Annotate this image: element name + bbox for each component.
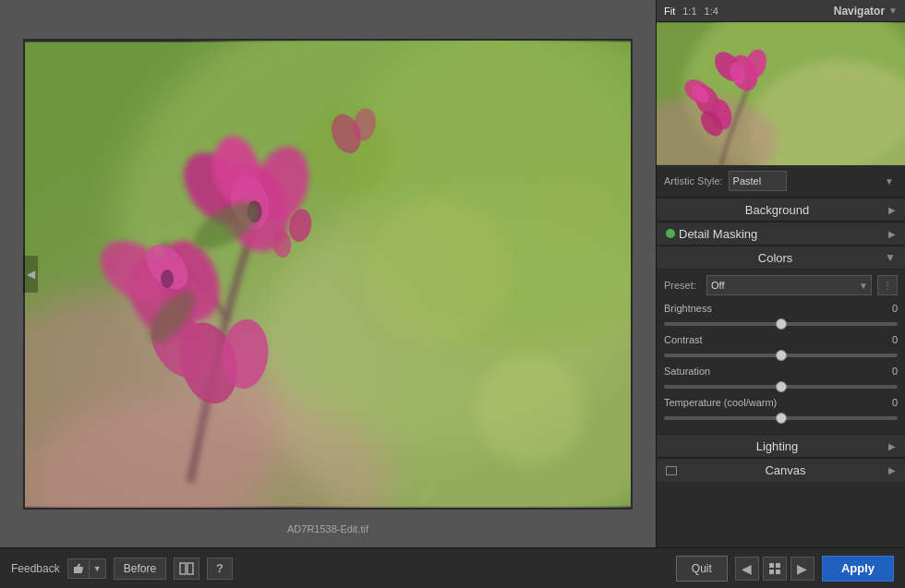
zoom-fit-btn[interactable]: Fit: [664, 6, 675, 17]
detail-masking-arrow-icon: ▶: [888, 229, 896, 239]
brightness-value: 0: [879, 303, 898, 314]
feedback-label: Feedback: [11, 562, 60, 575]
saturation-value: 0: [879, 366, 898, 377]
preset-row: Preset: Off Vivid Muted Cool Warm ▼ ⋮: [664, 275, 898, 295]
svg-rect-47: [187, 563, 193, 574]
grid-icon: [768, 562, 781, 575]
bottom-left-controls: Feedback ▼ Before ?: [11, 558, 669, 580]
bottom-bar: Feedback ▼ Before ? Quit ◀: [0, 547, 905, 588]
preset-label: Preset:: [664, 280, 701, 291]
main-canvas: ◀ AD7R1538-Edit.tif: [0, 0, 656, 547]
bottom-right-controls: Quit ◀ ▶ Apply: [676, 556, 894, 582]
artistic-style-select[interactable]: Pastel Oil Paint Watercolor Sketch: [729, 171, 787, 191]
svg-rect-30: [25, 42, 631, 506]
background-label: Background: [666, 203, 888, 217]
temperature-slider[interactable]: [664, 416, 898, 420]
lighting-label: Lighting: [666, 439, 888, 453]
thumbs-up-icon: [72, 562, 85, 575]
brightness-slider[interactable]: [664, 322, 898, 326]
navigator-label: Navigator: [834, 5, 885, 18]
apply-button[interactable]: Apply: [822, 556, 894, 582]
artistic-style-arrow-icon: ▼: [885, 176, 894, 186]
right-panel: Fit 1:1 1:4 Navigator ▼: [656, 0, 905, 547]
detail-masking-label: Detail Masking: [679, 227, 888, 241]
colors-content: Preset: Off Vivid Muted Cool Warm ▼ ⋮ Br…: [657, 270, 905, 434]
help-icon: ?: [216, 561, 223, 575]
colors-arrow-icon: ▼: [885, 251, 896, 264]
lighting-section-header[interactable]: Lighting ▶: [657, 434, 905, 458]
saturation-slider[interactable]: [664, 385, 898, 389]
compare-view-button[interactable]: [174, 558, 199, 580]
canvas-arrow-icon: ▶: [888, 465, 896, 475]
contrast-slider-row: Contrast 0: [664, 334, 898, 360]
nav-arrow-controls: ◀ ▶: [735, 557, 814, 581]
canvas-icon: [666, 466, 677, 475]
contrast-slider[interactable]: [664, 354, 898, 357]
artistic-style-label: Artistic Style:: [664, 175, 723, 186]
svg-rect-48: [769, 563, 774, 568]
navigator-dropdown-icon[interactable]: ▼: [888, 6, 898, 16]
before-button[interactable]: Before: [114, 558, 166, 580]
svg-rect-49: [776, 563, 780, 568]
temperature-slider-row: Temperature (cool/warm) 0: [664, 397, 898, 423]
image-frame: ◀: [23, 39, 633, 510]
svg-rect-50: [769, 570, 774, 574]
preset-select-wrapper: Off Vivid Muted Cool Warm ▼: [706, 275, 872, 295]
artistic-style-select-wrapper: Pastel Oil Paint Watercolor Sketch ▼: [729, 171, 898, 191]
preset-grid-button[interactable]: ⋮: [877, 275, 898, 295]
saturation-label: Saturation: [664, 366, 710, 377]
brightness-label: Brightness: [664, 303, 712, 314]
feedback-button-group: ▼: [67, 558, 106, 579]
next-arrow-button[interactable]: ▶: [790, 557, 814, 581]
temperature-label: Temperature (cool/warm): [664, 397, 777, 408]
contrast-value: 0: [879, 334, 898, 345]
svg-rect-51: [776, 570, 780, 574]
artistic-style-row: Artistic Style: Pastel Oil Paint Waterco…: [657, 165, 905, 198]
quit-button[interactable]: Quit: [676, 556, 728, 582]
background-section-header[interactable]: Background ▶: [657, 198, 905, 222]
lighting-arrow-icon: ▶: [888, 441, 896, 451]
background-arrow-icon: ▶: [888, 205, 896, 215]
left-arrow[interactable]: ◀: [23, 256, 38, 293]
feedback-dropdown-arrow-icon: ▼: [93, 564, 102, 573]
navigator-title: Navigator ▼: [834, 5, 898, 18]
brightness-slider-row: Brightness 0: [664, 303, 898, 329]
detail-masking-section-header[interactable]: Detail Masking ▶: [657, 222, 905, 246]
temperature-value: 0: [879, 397, 898, 408]
feedback-thumb-button[interactable]: [67, 558, 90, 579]
zoom-1to1-btn[interactable]: 1:1: [682, 6, 696, 17]
help-button[interactable]: ?: [207, 558, 233, 580]
navigator-thumbnail: [657, 22, 905, 165]
feedback-dropdown-button[interactable]: ▼: [90, 558, 106, 579]
svg-rect-46: [180, 563, 186, 574]
detail-masking-dot: [666, 229, 675, 238]
filename-label: AD7R1538-Edit.tif: [287, 523, 368, 534]
navigator-header: Fit 1:1 1:4 Navigator ▼: [657, 0, 905, 22]
prev-arrow-button[interactable]: ◀: [735, 557, 759, 581]
zoom-1to4-btn[interactable]: 1:4: [705, 6, 718, 17]
colors-section-header[interactable]: Colors ▼: [657, 246, 905, 270]
grid-view-button[interactable]: [763, 557, 787, 581]
saturation-slider-row: Saturation 0: [664, 366, 898, 391]
contrast-label: Contrast: [664, 334, 703, 345]
preset-select[interactable]: Off Vivid Muted Cool Warm: [706, 275, 872, 295]
compare-icon: [179, 562, 194, 575]
main-image: [25, 41, 631, 508]
svg-rect-45: [74, 567, 77, 573]
canvas-section-header[interactable]: Canvas ▶: [657, 458, 905, 482]
colors-label: Colors: [666, 251, 885, 265]
svg-rect-44: [657, 22, 905, 164]
nav-zoom-controls: Fit 1:1 1:4: [664, 6, 718, 17]
image-placeholder: [25, 41, 631, 508]
canvas-label: Canvas: [682, 463, 888, 477]
